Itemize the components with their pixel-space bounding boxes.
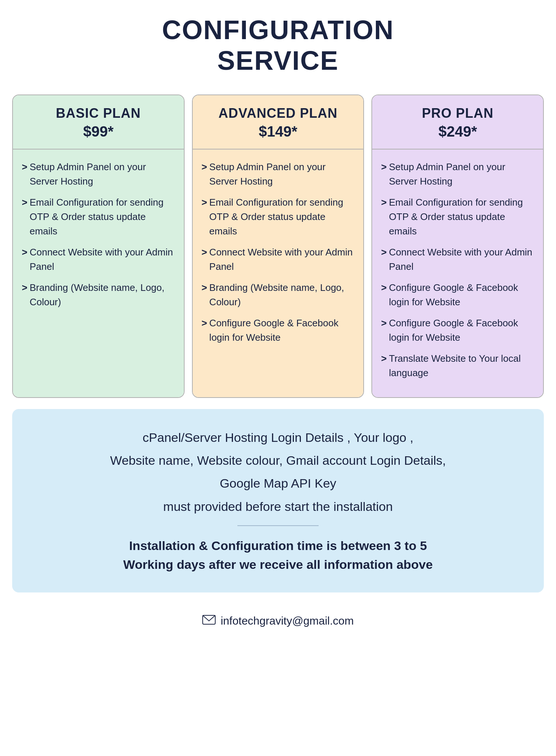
info-text-3: Google Map API Key: [42, 473, 514, 493]
footer-email-row: infotechgravity@gmail.com: [202, 615, 354, 627]
arrow-icon: >: [202, 245, 207, 274]
info-text-4: must provided before start the installat…: [42, 496, 514, 516]
arrow-icon: >: [381, 245, 387, 274]
plan-name-advanced: ADVANCED PLAN: [200, 106, 356, 121]
plans-container: BASIC PLAN $99* > Setup Admin Panel on y…: [12, 94, 544, 398]
list-item: > Email Configuration for sending OTP & …: [22, 195, 175, 238]
plan-card-advanced: ADVANCED PLAN $149* > Setup Admin Panel …: [192, 94, 364, 398]
list-item: > Connect Website with your Admin Panel: [381, 245, 534, 274]
info-bold-1: Installation & Configuration time is bet…: [42, 536, 514, 555]
arrow-icon: >: [202, 316, 207, 345]
arrow-icon: >: [381, 281, 387, 309]
list-item: > Translate Website to Your local langua…: [381, 351, 534, 380]
info-box: cPanel/Server Hosting Login Details , Yo…: [12, 409, 544, 593]
list-item: > Configure Google & Facebook login for …: [381, 316, 534, 345]
list-item: > Setup Admin Panel on your Server Hosti…: [381, 160, 534, 189]
list-item: > Setup Admin Panel on your Server Hosti…: [202, 160, 355, 189]
info-bold-2: Working days after we receive all inform…: [42, 555, 514, 574]
list-item: > Branding (Website name, Logo, Colour): [202, 281, 355, 309]
arrow-icon: >: [202, 195, 207, 238]
arrow-icon: >: [22, 281, 27, 309]
plan-card-basic: BASIC PLAN $99* > Setup Admin Panel on y…: [12, 94, 185, 398]
plan-price-advanced: $149*: [200, 123, 356, 140]
arrow-icon: >: [381, 160, 387, 189]
info-text-2: Website name, Website colour, Gmail acco…: [42, 450, 514, 470]
arrow-icon: >: [202, 160, 207, 189]
list-item: > Configure Google & Facebook login for …: [202, 316, 355, 345]
plan-price-pro: $249*: [380, 123, 536, 140]
info-divider: [237, 525, 319, 526]
plan-header-advanced: ADVANCED PLAN $149*: [193, 95, 364, 150]
plan-card-pro: PRO PLAN $249* > Setup Admin Panel on yo…: [371, 94, 544, 398]
arrow-icon: >: [22, 245, 27, 274]
arrow-icon: >: [381, 351, 387, 380]
plan-body-advanced: > Setup Admin Panel on your Server Hosti…: [193, 150, 364, 397]
plan-body-basic: > Setup Admin Panel on your Server Hosti…: [13, 150, 184, 397]
email-address: infotechgravity@gmail.com: [221, 615, 354, 627]
plan-header-basic: BASIC PLAN $99*: [13, 95, 184, 150]
list-item: > Configure Google & Facebook login for …: [381, 281, 534, 309]
list-item: > Email Configuration for sending OTP & …: [381, 195, 534, 238]
arrow-icon: >: [381, 316, 387, 345]
page-title: CONFIGURATION SERVICE: [162, 15, 394, 76]
plan-body-pro: > Setup Admin Panel on your Server Hosti…: [372, 150, 543, 397]
plan-name-pro: PRO PLAN: [380, 106, 536, 121]
plan-price-basic: $99*: [20, 123, 176, 140]
list-item: > Branding (Website name, Logo, Colour): [22, 281, 175, 309]
arrow-icon: >: [22, 195, 27, 238]
list-item: > Email Configuration for sending OTP & …: [202, 195, 355, 238]
list-item: > Connect Website with your Admin Panel: [22, 245, 175, 274]
arrow-icon: >: [22, 160, 27, 189]
list-item: > Setup Admin Panel on your Server Hosti…: [22, 160, 175, 189]
email-icon: [202, 615, 216, 627]
arrow-icon: >: [202, 281, 207, 309]
arrow-icon: >: [381, 195, 387, 238]
list-item: > Connect Website with your Admin Panel: [202, 245, 355, 274]
plan-name-basic: BASIC PLAN: [20, 106, 176, 121]
plan-header-pro: PRO PLAN $249*: [372, 95, 543, 150]
info-text-1: cPanel/Server Hosting Login Details , Yo…: [42, 427, 514, 447]
